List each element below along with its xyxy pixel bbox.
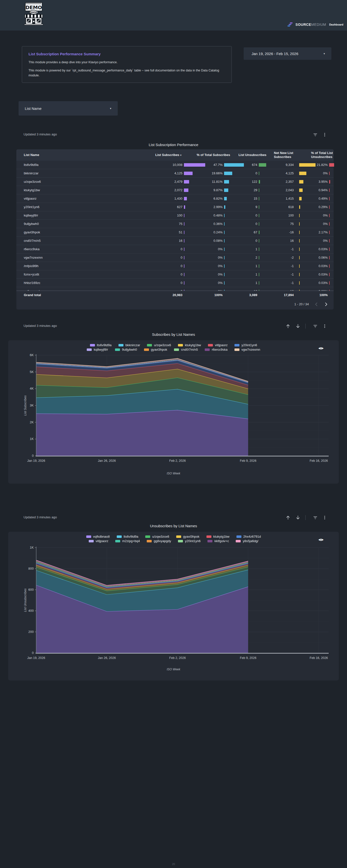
legend-swatch-icon <box>147 540 152 542</box>
svg-text:600: 600 <box>28 588 34 591</box>
table-row[interactable]: vgw7nzexmn00%2-20.06% <box>17 253 334 262</box>
cell-bar <box>329 163 334 167</box>
next-page-icon[interactable] <box>323 302 329 307</box>
logo-medium-text: MEDIUM <box>311 23 326 27</box>
legend-item[interactable]: vitljpaorz <box>89 539 108 543</box>
legend-item[interactable]: y20int1yn6 <box>234 343 257 347</box>
legend-label: y8s5ja6dg/ <box>243 539 258 543</box>
svg-text:Feb 9, 2026: Feb 9, 2026 <box>240 459 256 463</box>
table-row[interactable]: /mfpis9l9h00%1-10.03% <box>17 262 334 270</box>
table-row-partial[interactable]: gg8vyapgdy00%10-100.33% <box>17 287 334 291</box>
legend-label: m2zipg+bq4 <box>122 539 140 543</box>
table-row[interactable]: gyavl3hpok510.24%67-162.17% <box>17 228 334 237</box>
list-name-filter[interactable]: List Name ▾ <box>19 101 118 116</box>
legend-swatch-icon <box>144 348 149 351</box>
legend-pager-arrows[interactable]: ◀▶ <box>318 538 324 541</box>
legend-item[interactable]: u/zqw3zox6 <box>145 535 169 538</box>
legend-item[interactable]: kq8wyjl9/r <box>87 348 108 351</box>
legend-swatch-icon <box>117 535 122 538</box>
table-row[interactable]: lts6v9td9a10,00847.7%6749,33421.82% <box>17 161 334 169</box>
arrow-up-icon[interactable] <box>286 323 290 329</box>
legend-swatch-icon <box>115 540 120 542</box>
subscribes-y-axis-label: List Subscribes <box>24 395 27 415</box>
kebab-menu-icon[interactable] <box>322 132 327 137</box>
legend-item[interactable]: y8s5ja6dg/ <box>236 539 258 543</box>
subscribes-chart-plot[interactable]: 01K2K3K4K5K6KJan 19, 2026Jan 26, 2026Feb… <box>17 352 330 467</box>
legend-item[interactable]: 2hx4z6791d <box>236 535 261 538</box>
area-series[interactable] <box>36 410 248 456</box>
unsubscribes-chart-legend: vqfkdbnao8 lts6v9td9a u/zqw3zox6 gyavl3h… <box>17 535 330 543</box>
filter-icon[interactable] <box>313 323 318 329</box>
legend-item[interactable]: bkknirczar <box>119 343 140 347</box>
svg-text:Jan 19, 2026: Jan 19, 2026 <box>27 656 45 660</box>
date-range-select[interactable]: Jan 19, 2026 - Feb 15, 2026 ▾ <box>244 48 332 60</box>
legend-item[interactable]: vqfkdbnao8 <box>86 535 110 538</box>
brand-shop-text: SHOP <box>30 11 37 13</box>
legend-item[interactable]: gyavl3hpok <box>144 348 167 351</box>
legend-pager-arrows[interactable]: ◀▶ <box>318 346 324 350</box>
list-name-cell: bkknirczar <box>24 169 38 178</box>
legend-row: kq8wyjl9/r 9ulljybwh0 gyavl3hpok cnd0/7m… <box>17 348 330 351</box>
table-row[interactable]: vitljpaorz1,4306.82%151,4150.49% <box>17 194 334 203</box>
filter-icon[interactable] <box>313 515 318 520</box>
list-name-cell: vgw7nzexmn <box>24 253 43 262</box>
col-header-pct-total-unsubscribes[interactable]: % of Total List Unsubscribes <box>311 151 341 159</box>
table-row[interactable]: fcmx+jcs6t00%1-10.03% <box>17 270 334 279</box>
table-row[interactable]: hhbz/169zc00%1-10.03% <box>17 279 334 287</box>
legend-item[interactable]: gyavl3hpok <box>176 535 199 538</box>
kebab-menu-icon[interactable] <box>322 515 327 520</box>
legend-item[interactable]: lts6v9td9a <box>90 343 112 347</box>
cell-value: 0% <box>278 220 328 228</box>
svg-text:0: 0 <box>32 454 34 458</box>
legend-swatch-icon <box>178 540 183 542</box>
table-title: List Subscription Performance <box>0 143 347 147</box>
legend-item[interactable]: kktfgoiv+c <box>208 539 229 543</box>
table-row[interactable]: bkknirczar4,12519.66%04,1250% <box>17 169 334 178</box>
table-row[interactable]: cnd0/7m/n5160.08%0160% <box>17 237 334 245</box>
legend-item[interactable]: gg8vyapgdy <box>147 539 171 543</box>
svg-text:3K: 3K <box>30 403 34 407</box>
list-name-cell: fcmx+jcs6t <box>24 270 39 279</box>
arrow-down-icon[interactable] <box>295 515 301 520</box>
legend-item[interactable]: u/zqw3zox6 <box>147 343 171 347</box>
legend-item[interactable]: y20int1yn6 <box>178 539 200 543</box>
legend-swatch-icon <box>115 348 120 351</box>
filter-icon[interactable] <box>313 132 318 137</box>
legend-item[interactable]: m2zipg+bq4 <box>115 539 140 543</box>
legend-label: lts6v9td9a <box>97 343 112 347</box>
legend-item[interactable]: ktukytg1bw <box>207 535 229 538</box>
legend-item[interactable]: vitljpaorz <box>208 343 227 347</box>
previous-page-icon[interactable] <box>314 302 319 307</box>
legend-item[interactable]: vgw7nzexmn <box>234 348 260 351</box>
table-row[interactable]: kq8wyjl9/r1000.48%01000% <box>17 211 334 220</box>
col-header-list-subscribes[interactable]: List Subscribes ▾ <box>133 153 182 157</box>
legend-row: lts6v9td9a bkknirczar u/zqw3zox6 ktukytg… <box>17 343 330 347</box>
col-header-list-name[interactable]: List Name <box>24 153 39 157</box>
svg-text:Jan 26, 2026: Jan 26, 2026 <box>98 459 116 463</box>
unsubscribes-chart-plot[interactable]: 02004006008001KJan 19, 2026Jan 26, 2026F… <box>17 544 330 664</box>
legend-item[interactable]: 9ulljybwh0 <box>115 348 137 351</box>
table-row[interactable]: r6ercc9ska00%1-10.03% <box>17 245 334 253</box>
table-row[interactable]: ktukytg1bw2,0729.87%292,0430.94% <box>17 186 334 194</box>
legend-item[interactable]: cnd0/7m/n5 <box>174 348 198 351</box>
cell-bar <box>329 256 330 259</box>
legend-item[interactable]: lts6v9td9a <box>117 535 138 538</box>
table-row[interactable]: y20int1yn66272.99%96180.29% <box>17 203 334 211</box>
legend-item[interactable]: r6ercc9ska <box>205 348 227 351</box>
brand-demo-text: DEMO <box>25 4 42 10</box>
cell-value: 0.29% <box>278 203 328 211</box>
col-header-list-unsubscribes[interactable]: List Unsubscribes <box>229 153 275 157</box>
legend-swatch-icon <box>89 540 94 542</box>
list-name-cell: cnd0/7m/n5 <box>24 237 41 245</box>
table-row[interactable]: 9ulljybwh0750.36%0750% <box>17 220 334 228</box>
arrow-down-icon[interactable] <box>295 323 301 329</box>
arrow-up-icon[interactable] <box>286 515 290 520</box>
svg-text:Feb 2, 2026: Feb 2, 2026 <box>169 459 186 463</box>
legend-label: y20int1yn6 <box>185 539 200 543</box>
table-row[interactable]: u/zqw3zox62,47911.81%1222,3573.95% <box>17 178 334 186</box>
svg-text:Feb 16, 2026: Feb 16, 2026 <box>310 656 328 660</box>
svg-text:Feb 9, 2026: Feb 9, 2026 <box>240 656 256 660</box>
col-header-net-new-subscribes[interactable]: Net New List Subscribes <box>274 151 311 159</box>
legend-item[interactable]: ktukytg1bw <box>178 343 201 347</box>
kebab-menu-icon[interactable] <box>322 323 327 329</box>
